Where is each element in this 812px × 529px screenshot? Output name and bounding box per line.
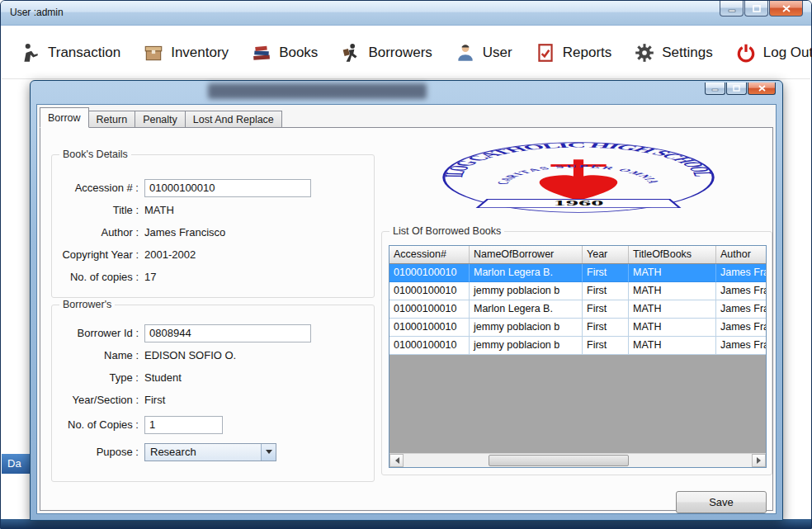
borrower-groupbox: Borrower's Borrower Id : Name : EDISON S… xyxy=(51,305,375,482)
toolbar-item-label: Books xyxy=(279,45,318,61)
column-header[interactable]: Author xyxy=(716,246,767,263)
table-cell: MATH xyxy=(629,282,716,300)
purpose-selected-value: Research xyxy=(150,446,196,458)
table-cell: Marlon Legera B. xyxy=(470,264,583,282)
window-title: User :admin xyxy=(10,7,64,18)
no-of-copies-input[interactable] xyxy=(144,416,223,434)
inventory-icon xyxy=(143,42,164,64)
borrow-tab-panel: Book's Details Accession # : Title : MAT… xyxy=(40,127,773,511)
toolbar-item-label: Inventory xyxy=(171,45,229,61)
title-label: Title : xyxy=(60,204,144,216)
books-icon xyxy=(251,42,272,64)
reports-icon xyxy=(535,42,556,64)
save-button[interactable]: Save xyxy=(676,491,767,513)
toolbar-item-transaction[interactable]: Transaction xyxy=(20,42,120,64)
maximize-button[interactable] xyxy=(744,1,768,17)
table-cell: 01000100010 xyxy=(389,319,470,337)
tab-lost-and-replace[interactable]: Lost And Replace xyxy=(186,111,282,128)
table-cell: MATH xyxy=(629,300,716,319)
screen: User :admin Transaction Inventory xyxy=(0,0,812,529)
table-cell: First xyxy=(583,319,629,337)
table-cell: MATH xyxy=(629,337,716,355)
borrower-type-label: Type : xyxy=(60,371,144,384)
table-cell: James Francisco xyxy=(716,319,767,337)
table-row[interactable]: 01000100010 jemmy poblacion b First MATH… xyxy=(389,337,767,355)
horizontal-scrollbar[interactable] xyxy=(389,453,766,467)
toolbar-item-label: Borrowers xyxy=(368,45,432,61)
toolbar-item-settings[interactable]: Settings xyxy=(634,42,712,64)
table-cell: 01000100010 xyxy=(389,282,470,300)
table-cell: MATH xyxy=(629,319,716,337)
table-cell: First xyxy=(583,282,629,300)
table-cell: MATH xyxy=(629,264,716,282)
title-value: MATH xyxy=(144,204,174,216)
user-icon xyxy=(455,42,476,64)
toolbar-item-label: Reports xyxy=(563,45,612,61)
scrollbar-thumb[interactable] xyxy=(489,455,629,466)
table-row[interactable]: 01000100010 Marlon Legera B. First MATH … xyxy=(389,264,767,282)
groupbox-legend: Borrower's xyxy=(59,299,115,310)
tab-penalty[interactable]: Penalty xyxy=(135,111,186,128)
table-cell: 01000100010 xyxy=(389,337,470,355)
accession-input[interactable] xyxy=(144,179,311,197)
column-header[interactable]: TitleOfBooks xyxy=(629,246,716,263)
table-row[interactable]: 01000100010 jemmy poblacion b First MATH… xyxy=(389,282,767,300)
table-cell: First xyxy=(583,337,629,355)
copyright-year-label: Copyright Year : xyxy=(60,248,144,261)
tab-strip: Borrow Return Penalty Lost And Replace xyxy=(40,107,282,128)
child-minimize-button[interactable] xyxy=(705,83,725,95)
borrower-id-input[interactable] xyxy=(144,324,311,342)
child-close-button[interactable] xyxy=(748,83,776,95)
chevron-down-icon xyxy=(261,444,276,461)
table-cell: James Francisco xyxy=(716,264,767,282)
column-header[interactable]: Accession# xyxy=(389,246,470,263)
maximize-icon xyxy=(753,5,761,12)
toolbar-item-user[interactable]: User xyxy=(455,42,512,64)
borrowers-icon xyxy=(340,42,361,64)
settings-icon xyxy=(634,42,655,64)
toolbar-item-borrowers[interactable]: Borrowers xyxy=(340,42,432,64)
purpose-select[interactable]: Research xyxy=(144,443,276,461)
borrow-child-window: Borrow Return Penalty Lost And Replace B… xyxy=(30,80,783,521)
logo-year-text: 1960 xyxy=(553,200,603,207)
close-icon xyxy=(758,85,766,92)
copyright-year-value: 2001-2002 xyxy=(144,248,196,261)
toolbar-item-inventory[interactable]: Inventory xyxy=(143,42,229,64)
copies-value: 17 xyxy=(144,271,156,283)
borrower-type-value: Student xyxy=(144,371,182,384)
table-cell: James Francisco xyxy=(716,282,767,300)
tab-borrow[interactable]: Borrow xyxy=(40,107,89,128)
borrowed-books-groupbox: List Of Borrowed Books Accession# NameOf… xyxy=(381,231,772,475)
author-value: James Francisco xyxy=(144,226,225,239)
scroll-left-button[interactable] xyxy=(389,454,404,467)
toolbar-item-logout[interactable]: Log Out xyxy=(735,42,812,64)
scroll-right-button[interactable] xyxy=(752,454,766,467)
copies-label: No. of copies : xyxy=(60,271,144,283)
borrower-name-value: EDISON SOFIO O. xyxy=(144,349,236,361)
column-header[interactable]: NameOfBorrower xyxy=(470,246,583,263)
tab-return[interactable]: Return xyxy=(89,111,136,128)
minimize-icon xyxy=(728,5,736,12)
column-header[interactable]: Year xyxy=(583,246,629,263)
purpose-label: Pupose : xyxy=(60,446,144,458)
toolbar-item-books[interactable]: Books xyxy=(251,42,318,64)
table-row[interactable]: 01000100010 Marlon Legera B. First MATH … xyxy=(389,300,767,319)
book-details-groupbox: Book's Details Accession # : Title : MAT… xyxy=(51,154,375,298)
groupbox-legend: List Of Borrowed Books xyxy=(389,225,504,237)
year-section-value: First xyxy=(144,394,165,406)
toolbar-item-reports[interactable]: Reports xyxy=(535,42,612,64)
scroll-left-icon xyxy=(392,457,399,464)
logout-power-icon xyxy=(735,42,757,64)
table-cell: jemmy poblacion b xyxy=(470,337,583,355)
child-maximize-button[interactable] xyxy=(726,83,747,95)
minimize-button[interactable] xyxy=(720,1,744,17)
table-cell: 01000100010 xyxy=(389,264,470,282)
school-logo: ILOG CATHOLIC HIGH SCHOOL CARITAS SUPER … xyxy=(410,134,747,221)
borrowed-books-grid: Accession# NameOfBorrower Year TitleOfBo… xyxy=(389,245,767,468)
table-cell: First xyxy=(583,264,629,282)
table-cell: jemmy poblacion b xyxy=(470,319,583,337)
no-of-copies-label: No. of Copies : xyxy=(60,418,144,431)
close-button[interactable] xyxy=(769,1,803,17)
table-row[interactable]: 01000100010 jemmy poblacion b First MATH… xyxy=(389,319,767,337)
grid-header-row: Accession# NameOfBorrower Year TitleOfBo… xyxy=(389,246,767,264)
